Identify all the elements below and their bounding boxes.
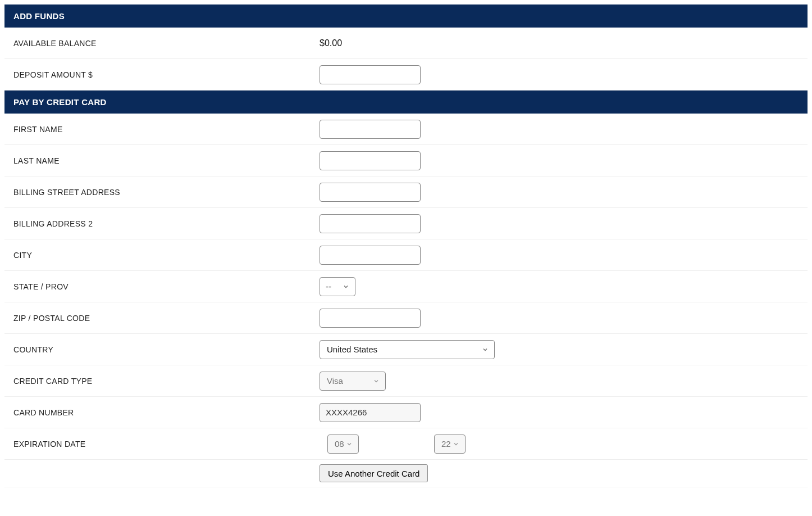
row-city: CITY <box>4 239 808 271</box>
chevron-down-icon <box>482 346 489 353</box>
card-number-input[interactable] <box>320 403 421 422</box>
row-country: COUNTRY United States <box>4 334 808 365</box>
card-type-select[interactable]: Visa <box>320 372 386 391</box>
use-another-card-button[interactable]: Use Another Credit Card <box>320 464 428 482</box>
row-deposit-amount: DEPOSIT AMOUNT $ <box>4 59 808 90</box>
chevron-down-icon <box>453 441 459 447</box>
last-name-input[interactable] <box>320 151 421 170</box>
card-type-select-value: Visa <box>327 376 343 386</box>
chevron-down-icon <box>343 283 349 290</box>
card-type-label: CREDIT CARD TYPE <box>13 377 320 386</box>
row-billing-street: BILLING STREET ADDRESS <box>4 176 808 208</box>
row-card-type: CREDIT CARD TYPE Visa <box>4 365 808 397</box>
section-header-add-funds: ADD FUNDS <box>4 4 808 28</box>
available-balance-value: $0.00 <box>320 38 342 48</box>
available-balance-label: AVAILABLE BALANCE <box>13 39 320 48</box>
expiration-month-value: 08 <box>335 439 344 449</box>
first-name-label: FIRST NAME <box>13 125 320 134</box>
last-name-label: LAST NAME <box>13 156 320 165</box>
row-card-number: CARD NUMBER <box>4 397 808 428</box>
row-first-name: FIRST NAME <box>4 114 808 145</box>
city-label: CITY <box>13 251 320 260</box>
chevron-down-icon <box>346 441 353 447</box>
expiration-label: EXPIRATION DATE <box>13 440 320 449</box>
state-select-value: -- <box>326 282 331 291</box>
row-available-balance: AVAILABLE BALANCE $0.00 <box>4 28 808 59</box>
row-use-another-card: Use Another Credit Card <box>4 460 808 487</box>
deposit-amount-input[interactable] <box>320 65 421 84</box>
row-expiration: EXPIRATION DATE 08 22 <box>4 428 808 460</box>
billing-address2-input[interactable] <box>320 214 421 233</box>
expiration-year-select[interactable]: 22 <box>434 434 466 454</box>
row-state: STATE / PROV -- <box>4 271 808 302</box>
expiration-year-value: 22 <box>441 439 451 449</box>
row-billing-address2: BILLING ADDRESS 2 <box>4 208 808 239</box>
billing-street-input[interactable] <box>320 183 421 202</box>
first-name-input[interactable] <box>320 120 421 139</box>
state-select[interactable]: -- <box>320 277 355 296</box>
card-number-label: CARD NUMBER <box>13 408 320 417</box>
billing-street-label: BILLING STREET ADDRESS <box>13 188 320 197</box>
billing-address2-label: BILLING ADDRESS 2 <box>13 219 320 228</box>
state-label: STATE / PROV <box>13 282 320 291</box>
section-header-pay-by-credit-card: PAY BY CREDIT CARD <box>4 90 808 114</box>
zip-label: ZIP / POSTAL CODE <box>13 314 320 323</box>
expiration-month-select[interactable]: 08 <box>327 434 359 454</box>
country-label: COUNTRY <box>13 345 320 354</box>
country-select[interactable]: United States <box>320 340 495 359</box>
city-input[interactable] <box>320 246 421 265</box>
row-zip: ZIP / POSTAL CODE <box>4 302 808 334</box>
zip-input[interactable] <box>320 309 421 328</box>
country-select-value: United States <box>327 345 377 354</box>
deposit-amount-label: DEPOSIT AMOUNT $ <box>13 70 320 79</box>
chevron-down-icon <box>373 378 380 384</box>
row-last-name: LAST NAME <box>4 145 808 176</box>
